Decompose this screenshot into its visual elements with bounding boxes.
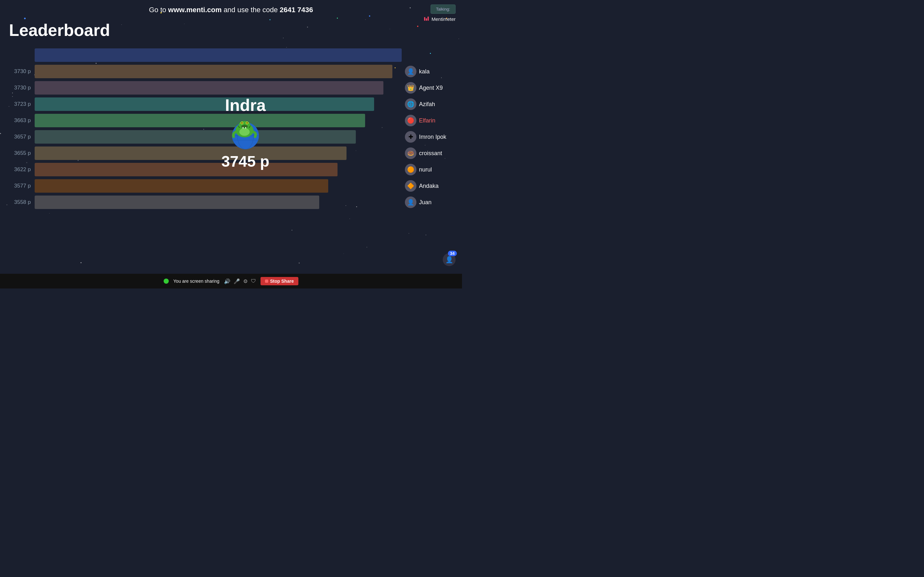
chart-row-score: 3622 p — [9, 166, 35, 173]
chart-row-score: 3663 p — [9, 117, 35, 124]
mentimeter-logo-text: Mentimeter — [431, 16, 456, 22]
chart-row-score: 3730 p — [9, 85, 35, 91]
chart-bar — [35, 147, 347, 160]
player-avatar: 🔶 — [405, 180, 417, 192]
chart-bar-container — [35, 179, 402, 193]
chart-player: 🌐Azifah — [402, 98, 453, 110]
chart-player: 👤Juan — [402, 197, 453, 208]
chart-bar-container — [35, 65, 402, 78]
header: Go to www.menti.com and use the code 264… — [0, 0, 462, 17]
chart-row: 3577 p🔶Andaka — [9, 178, 453, 193]
player-name: Imron Ipok — [419, 134, 446, 140]
header-instruction: Go to www.menti.com and use the code 264… — [6, 6, 456, 14]
chart-player: 🍩croissant — [402, 147, 453, 159]
chart-bar — [35, 163, 338, 176]
chart-row: 3730 p👑Agent X9 — [9, 80, 453, 95]
screen-share-icons: 🔊 🎤 ⚙ 🛡 — [224, 278, 256, 284]
screen-share-text: You are screen sharing — [173, 279, 219, 284]
chart-bar — [35, 81, 383, 95]
bg-star — [49, 213, 50, 214]
chart-row: 3558 p👤Juan — [9, 195, 453, 210]
chart-row: 3730 p👤kala — [9, 64, 453, 79]
chart-player: 🟠nurul — [402, 164, 453, 175]
chart-bar — [35, 114, 365, 127]
player-name: Andaka — [419, 183, 439, 189]
chart-bar — [35, 48, 402, 62]
chart-row: 3657 p✚Imron Ipok — [9, 129, 453, 145]
svg-rect-0 — [424, 17, 425, 21]
player-name: Elfarin — [419, 117, 435, 124]
chart-bar-container — [35, 130, 402, 143]
chart-bar-container — [35, 97, 402, 111]
chart-bar — [35, 179, 328, 193]
bg-star — [292, 230, 292, 230]
chart-row-score: 3657 p — [9, 134, 35, 140]
chart-row-score: 3558 p — [9, 199, 35, 205]
player-name: Agent X9 — [419, 85, 443, 91]
player-name: kala — [419, 68, 430, 75]
settings-icon: ⚙ — [243, 278, 248, 284]
chart-row-score: 3655 p — [9, 150, 35, 156]
bg-star — [299, 263, 300, 263]
player-avatar: 🟠 — [405, 164, 417, 175]
bg-star — [425, 235, 426, 235]
player-avatar: ✚ — [405, 131, 417, 143]
chart-row — [9, 47, 453, 63]
screen-share-bar: You are screen sharing 🔊 🎤 ⚙ 🛡 Stop Shar… — [0, 274, 462, 288]
volume-icon: 🔊 — [224, 278, 230, 284]
chart-bar-container — [35, 163, 402, 176]
chart-bar — [35, 130, 356, 143]
player-name: Azifah — [419, 101, 435, 108]
chart-row: 3655 p🍩croissant — [9, 145, 453, 161]
player-avatar: 👤 — [405, 197, 417, 208]
player-avatar: 👤 — [405, 66, 417, 77]
mentimeter-logo-icon — [424, 16, 430, 22]
chart-player: 🔶Andaka — [402, 180, 453, 192]
svg-rect-1 — [426, 18, 427, 21]
mic-icon: 🎤 — [234, 278, 240, 284]
participant-badge: 34 👤 — [443, 253, 456, 266]
bg-star — [349, 219, 350, 219]
player-name: croissant — [419, 150, 442, 157]
chart-bar-container — [35, 48, 402, 62]
chart-bar-container — [35, 147, 402, 160]
bg-star — [367, 247, 367, 247]
player-avatar: 🍩 — [405, 147, 417, 159]
bg-star — [81, 262, 81, 263]
chart-player: ✚Imron Ipok — [402, 131, 453, 143]
player-avatar: 👑 — [405, 82, 417, 93]
player-avatar: 🔴 — [405, 115, 417, 126]
screen-share-indicator — [164, 279, 169, 284]
chart-row: 3663 p🔴Elfarin — [9, 113, 453, 128]
player-avatar: 🌐 — [405, 98, 417, 110]
chart-bar — [35, 65, 393, 78]
participant-count: 34 — [448, 251, 457, 256]
chart-player: 👑Agent X9 — [402, 82, 453, 93]
player-name: nurul — [419, 166, 432, 173]
svg-rect-2 — [428, 17, 429, 21]
leaderboard-title: Leaderboard — [0, 17, 462, 46]
mentimeter-logo: Mentimeter — [424, 16, 456, 22]
chart-bar-container — [35, 81, 402, 95]
chart-area: 3730 p👤kala3730 p👑Agent X93723 p🌐Azifah3… — [0, 47, 462, 210]
chart-player: 👤kala — [402, 66, 453, 77]
player-name: Juan — [419, 199, 431, 206]
chart-player: 🔴Elfarin — [402, 115, 453, 126]
chart-bar — [35, 97, 374, 111]
chart-bar-container — [35, 114, 402, 127]
chart-row: 3622 p🟠nurul — [9, 162, 453, 177]
chart-row-score: 3723 p — [9, 101, 35, 107]
chart-bar — [35, 195, 319, 209]
chart-bar-container — [35, 195, 402, 209]
bg-star — [344, 253, 344, 254]
chart-row: 3723 p🌐Azifah — [9, 97, 453, 112]
shield-icon: 🛡 — [251, 278, 256, 284]
chart-row-score: 3730 p — [9, 68, 35, 75]
stop-share-button[interactable]: Stop Share — [260, 277, 298, 285]
talking-label: Talking: — [436, 7, 450, 11]
talking-box: Talking: — [431, 5, 456, 14]
chart-row-score: 3577 p — [9, 183, 35, 189]
